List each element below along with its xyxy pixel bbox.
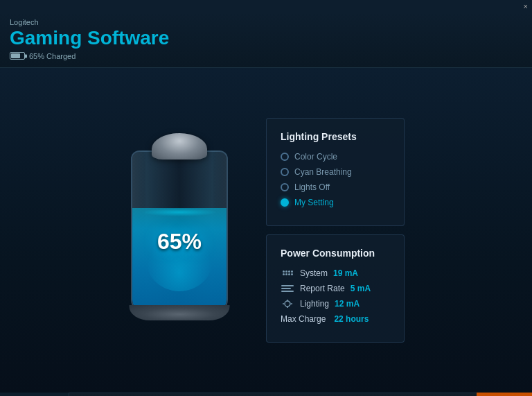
maxcharge-label: Max Charge	[281, 314, 326, 324]
toolbar-brand: logitech G	[0, 393, 69, 396]
brand-label: Logitech	[10, 18, 522, 26]
title-bar: ×	[0, 0, 532, 12]
battery-status: 65% Charged	[10, 52, 522, 60]
panels-area: Lighting Presets Color Cycle Cyan Breath…	[266, 118, 405, 343]
header: Logitech Gaming Software 65% Charged	[0, 12, 532, 68]
power-lighting-row: Lighting 12 mA	[281, 299, 390, 309]
main-content: 65% Lighting Presets Color Cycle Cyan Br…	[0, 68, 532, 393]
bottom-toolbar: logitech G ‹	[0, 393, 532, 396]
system-icon	[281, 268, 294, 278]
lighting-value: 12 mA	[335, 299, 360, 309]
preset-my-setting-radio[interactable]	[281, 198, 289, 207]
lighting-label: Lighting	[300, 299, 329, 309]
system-value: 19 mA	[333, 268, 358, 278]
lighting-presets-panel: Lighting Presets Color Cycle Cyan Breath…	[266, 118, 405, 226]
power-consumption-title: Power Consumption	[281, 248, 390, 259]
svg-point-0	[285, 301, 290, 307]
charge-status-text: 65% Charged	[29, 52, 76, 60]
battery-cap-top	[152, 133, 207, 160]
preset-lights-off-label: Lights Off	[294, 182, 330, 192]
report-rate-label: Report Rate	[300, 284, 345, 293]
power-consumption-panel: Power Consumption System 19 mA	[266, 234, 405, 343]
maxcharge-value: 22 hours	[334, 314, 369, 324]
preset-cyan-breathing-label: Cyan Breathing	[294, 167, 352, 177]
active-device-tab[interactable]	[477, 393, 532, 396]
preset-lights-off[interactable]: Lights Off	[281, 182, 390, 192]
preset-color-cycle-radio[interactable]	[281, 153, 289, 161]
preset-cyan-breathing[interactable]: Cyan Breathing	[281, 167, 390, 177]
battery-fill	[132, 208, 227, 312]
battery-outer: 65%	[124, 133, 235, 320]
power-system-row: System 19 mA	[281, 268, 390, 278]
page-title: Gaming Software	[10, 28, 522, 49]
lighting-presets-title: Lighting Presets	[281, 131, 390, 142]
battery-icon-small	[10, 52, 25, 60]
battery-cap-bottom	[130, 305, 230, 320]
report-rate-icon	[281, 284, 294, 293]
preset-my-setting[interactable]: My Setting	[281, 198, 390, 207]
power-report-row: Report Rate 5 mA	[281, 284, 390, 293]
preset-color-cycle[interactable]: Color Cycle	[281, 152, 390, 162]
preset-my-setting-label: My Setting	[294, 198, 334, 207]
preset-lights-off-radio[interactable]	[281, 183, 289, 191]
battery-visual: 65%	[114, 133, 245, 327]
lighting-power-icon	[281, 299, 294, 309]
battery-percent-label: 65%	[157, 229, 202, 255]
report-rate-value: 5 mA	[351, 284, 371, 293]
close-button[interactable]: ×	[524, 2, 528, 10]
system-label: System	[300, 268, 328, 278]
power-maxcharge-row: Max Charge 22 hours	[281, 314, 390, 324]
preset-cyan-breathing-radio[interactable]	[281, 168, 289, 176]
preset-color-cycle-label: Color Cycle	[294, 152, 337, 162]
